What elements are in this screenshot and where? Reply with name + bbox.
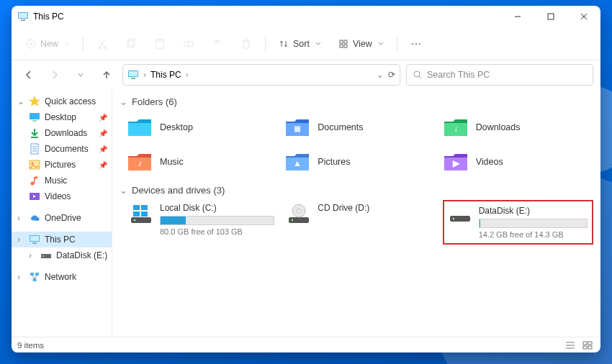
chevron-down-icon <box>64 41 70 47</box>
folder-item-documents[interactable]: ≣Documents <box>284 112 435 143</box>
paste-button[interactable] <box>147 32 173 56</box>
svg-text:♪: ♪ <box>138 158 142 168</box>
sidebar-item-videos[interactable]: Videos <box>12 188 112 204</box>
drive-item[interactable]: CD Drive (D:) <box>284 200 435 245</box>
view-label: View <box>353 39 372 49</box>
svg-rect-69 <box>141 211 148 217</box>
sidebar-network[interactable]: › Network <box>12 269 112 285</box>
breadcrumb-separator: › <box>143 70 146 80</box>
overflow-button[interactable] <box>403 32 429 56</box>
forward-button[interactable] <box>45 65 65 85</box>
folder-label: Downloads <box>476 122 521 132</box>
back-button[interactable] <box>19 65 39 85</box>
recent-dropdown[interactable] <box>71 65 91 85</box>
copy-button[interactable] <box>118 32 144 56</box>
maximize-button[interactable] <box>534 6 567 27</box>
rename-button[interactable] <box>176 32 202 56</box>
tiles-view-button[interactable] <box>580 340 595 351</box>
music-icon <box>29 175 40 186</box>
drive-free-text: 80.0 GB free of 103 GB <box>160 227 274 236</box>
drive-item[interactable]: DataDisk (E:)14.2 GB free of 14.3 GB <box>443 200 593 245</box>
svg-rect-24 <box>344 45 347 47</box>
breadcrumb-root[interactable]: This PC <box>150 70 181 80</box>
sidebar-label: Music <box>45 176 67 186</box>
delete-button[interactable] <box>233 32 259 56</box>
folder-item-videos[interactable]: ▶Videos <box>443 146 593 178</box>
cut-button[interactable] <box>89 32 115 56</box>
share-button[interactable] <box>204 32 230 56</box>
svg-rect-35 <box>30 113 40 119</box>
details-view-button[interactable] <box>563 340 577 351</box>
svg-rect-21 <box>340 40 343 43</box>
toolbar: New Sort View <box>12 27 600 60</box>
sort-button[interactable]: Sort <box>271 32 328 56</box>
group-header-drives[interactable]: ⌄ Devices and drives (3) <box>120 185 593 196</box>
svg-rect-66 <box>133 205 140 210</box>
sidebar-item-pictures[interactable]: Pictures 📌 <box>12 157 112 173</box>
sidebar-item-desktop[interactable]: Desktop 📌 <box>12 109 112 125</box>
sidebar-label: Network <box>45 272 76 282</box>
svg-point-27 <box>419 42 421 45</box>
group-title: Devices and drives (3) <box>132 185 225 196</box>
svg-rect-55 <box>35 273 39 276</box>
sort-label: Sort <box>293 39 310 49</box>
folder-item-pictures[interactable]: ▲Pictures <box>284 146 435 178</box>
address-dropdown[interactable]: ⌄ <box>377 70 384 80</box>
svg-point-26 <box>415 42 418 45</box>
svg-rect-79 <box>583 342 587 345</box>
download-icon <box>29 127 40 139</box>
sidebar-onedrive[interactable]: › OneDrive <box>12 210 112 226</box>
chevron-down-icon <box>378 41 384 47</box>
folder-label: Pictures <box>318 157 350 167</box>
folder-label: Videos <box>476 157 503 167</box>
folder-icon: ≣ <box>284 116 310 139</box>
svg-rect-54 <box>30 273 34 276</box>
sidebar-label: Videos <box>45 191 71 201</box>
view-icon <box>338 39 348 49</box>
group-header-folders[interactable]: ⌄ Folders (6) <box>120 96 593 107</box>
pin-icon: 📌 <box>99 129 107 137</box>
sidebar-quick-access[interactable]: ⌄ Quick access <box>12 94 112 109</box>
sidebar-label: Downloads <box>45 128 87 138</box>
folder-item-downloads[interactable]: ↓Downloads <box>443 112 593 143</box>
minimize-button[interactable] <box>501 6 534 27</box>
folder-item-music[interactable]: ♪Music <box>127 146 277 178</box>
sidebar-item-documents[interactable]: Documents 📌 <box>12 141 112 157</box>
svg-point-43 <box>32 163 34 165</box>
svg-point-65 <box>134 219 135 221</box>
sidebar-label: Quick access <box>45 96 96 106</box>
chevron-right-icon: › <box>17 272 24 282</box>
share-icon <box>212 38 223 50</box>
refresh-button[interactable]: ⟳ <box>388 70 395 80</box>
chevron-down-icon: ⌄ <box>120 185 127 196</box>
view-button[interactable]: View <box>331 32 391 56</box>
chevron-right-icon: › <box>17 213 24 223</box>
svg-rect-22 <box>344 40 347 43</box>
address-bar[interactable]: › This PC › ⌄ ⟳ <box>122 64 400 86</box>
up-button[interactable] <box>96 65 117 85</box>
folder-item-desktop[interactable]: Desktop <box>127 112 277 143</box>
svg-rect-68 <box>133 211 140 217</box>
drive-cd-icon <box>287 203 310 226</box>
sidebar-item-music[interactable]: Music <box>12 173 112 188</box>
new-button[interactable]: New <box>19 32 77 56</box>
drive-item[interactable]: Local Disk (C:)80.0 GB free of 103 GB <box>127 200 277 245</box>
sidebar-item-downloads[interactable]: Downloads 📌 <box>12 125 112 141</box>
search-input[interactable]: Search This PC <box>406 64 593 86</box>
chevron-down-icon <box>315 41 321 47</box>
drive-capacity-bar <box>479 219 588 228</box>
svg-marker-34 <box>30 96 40 106</box>
picture-icon <box>29 159 40 170</box>
drive-icon <box>40 250 52 261</box>
content-pane[interactable]: ⌄ Folders (6) Desktop≣Documents↓Download… <box>112 89 600 337</box>
pin-icon: 📌 <box>99 161 107 169</box>
this-pc-icon <box>29 234 40 245</box>
svg-point-71 <box>292 219 293 221</box>
folder-icon: ↓ <box>443 116 469 139</box>
sidebar-this-pc[interactable]: › This PC <box>12 232 112 247</box>
svg-line-58 <box>35 276 37 278</box>
sidebar-datadisk[interactable]: › DataDisk (E:) <box>12 247 112 263</box>
svg-point-73 <box>297 209 301 213</box>
close-button[interactable] <box>567 6 600 27</box>
more-icon <box>410 38 422 50</box>
